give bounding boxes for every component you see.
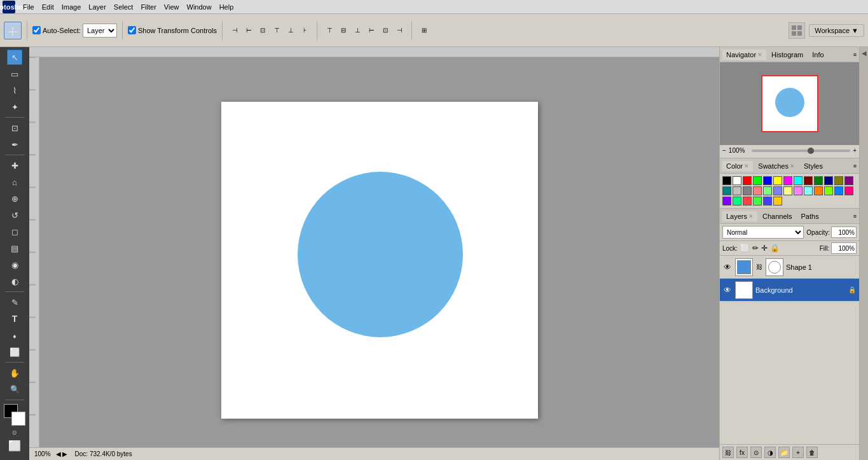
quick-mask-btn[interactable]: ⊙ — [12, 429, 17, 436]
zoom-in-icon[interactable]: + — [853, 147, 857, 154]
swatch-color[interactable] — [743, 186, 752, 195]
blur-tool[interactable]: ◉ — [7, 257, 22, 272]
tab-info[interactable]: Info — [808, 50, 827, 60]
blend-mode-select[interactable]: Normal — [722, 226, 804, 239]
hand-tool[interactable]: ✋ — [7, 365, 22, 380]
layer-row-shape1[interactable]: 👁 ⛓ Shape 1 — [720, 256, 859, 279]
path-select-tool[interactable]: ⬧ — [7, 328, 22, 343]
align-center-h-btn[interactable]: ⊢ — [242, 24, 256, 38]
swatch-color[interactable] — [743, 176, 752, 185]
menu-help[interactable]: Help — [216, 2, 238, 12]
swatch-color[interactable] — [824, 176, 833, 185]
swatch-color[interactable] — [844, 176, 853, 185]
tab-layers[interactable]: Layers ✕ — [722, 211, 757, 221]
move-tool-button[interactable] — [4, 22, 22, 39]
collapse-arrow[interactable]: ◀ — [862, 50, 867, 57]
tab-channels[interactable]: Channels — [759, 211, 796, 221]
swatch-color[interactable] — [783, 176, 792, 185]
shape-tool[interactable]: ⬜ — [7, 344, 22, 359]
layers-panel-options[interactable]: ≡ — [853, 213, 857, 220]
menu-image[interactable]: Image — [58, 2, 85, 12]
lock-position-icon[interactable]: ✛ — [761, 244, 768, 253]
swatch-color[interactable] — [804, 176, 813, 185]
swatch-color[interactable] — [814, 186, 823, 195]
menu-select[interactable]: Select — [110, 2, 137, 12]
align-left-btn[interactable]: ⊣ — [228, 24, 242, 38]
dist-right-btn[interactable]: ⊣ — [392, 24, 406, 38]
dist-horiz-btn[interactable]: ⊡ — [378, 24, 392, 38]
transform-controls-checkbox[interactable] — [128, 26, 136, 34]
zoom-out-icon[interactable]: − — [722, 147, 726, 154]
brush-tool[interactable]: ⌂ — [7, 174, 22, 190]
tab-color[interactable]: Color ✕ — [722, 161, 753, 171]
workspace-button[interactable]: Workspace ▼ — [809, 24, 864, 37]
magic-wand-tool[interactable]: ✦ — [7, 99, 22, 115]
nav-prev[interactable]: ◀ — [56, 450, 61, 457]
color-panel-options[interactable]: ≡ — [853, 163, 857, 169]
swatch-color[interactable] — [824, 186, 833, 195]
tab-paths[interactable]: Paths — [797, 211, 823, 221]
layer-visibility-shape1[interactable]: 👁 — [722, 262, 733, 272]
zoom-slider[interactable] — [752, 150, 850, 152]
dist-left-btn[interactable]: ⊢ — [364, 24, 378, 38]
history-brush-tool[interactable]: ↺ — [7, 207, 22, 223]
dodge-tool[interactable]: ◐ — [7, 274, 22, 289]
swatch-color[interactable] — [773, 176, 782, 185]
layer-visibility-bg[interactable]: 👁 — [722, 285, 733, 295]
swatch-color[interactable] — [834, 186, 843, 195]
swatch-color[interactable] — [794, 176, 803, 185]
new-layer-btn[interactable]: + — [792, 447, 804, 458]
auto-select-dropdown[interactable]: Layer — [83, 24, 117, 38]
background-color[interactable] — [11, 412, 25, 426]
menu-file[interactable]: File — [19, 2, 38, 12]
align-bottom-btn[interactable]: ⊦ — [298, 24, 312, 38]
swatch-color[interactable] — [763, 186, 772, 195]
tab-histogram[interactable]: Histogram — [768, 50, 807, 60]
swatch-color[interactable] — [783, 186, 792, 195]
tab-styles[interactable]: Styles — [800, 161, 827, 171]
swatch-color[interactable] — [804, 186, 813, 195]
gradient-tool[interactable]: ▤ — [7, 240, 22, 256]
dist-bottom-btn[interactable]: ⊥ — [350, 24, 364, 38]
canvas-document[interactable] — [221, 102, 538, 419]
swatch-color[interactable] — [763, 176, 772, 185]
menu-edit[interactable]: Edit — [38, 2, 58, 12]
swatch-color[interactable] — [753, 186, 762, 195]
opacity-input[interactable] — [831, 227, 857, 238]
swatch-color[interactable] — [722, 186, 731, 195]
screen-mode-btn[interactable]: ⬜ — [8, 440, 21, 452]
add-mask-btn[interactable]: ⊙ — [750, 447, 762, 458]
eyedropper-tool[interactable]: ✒ — [7, 137, 22, 152]
swatch-color[interactable] — [722, 197, 731, 206]
move-tool[interactable]: ↖ — [7, 50, 22, 65]
auto-align-btn[interactable]: ⊞ — [417, 24, 431, 38]
pen-tool[interactable]: ✎ — [7, 295, 22, 310]
swatch-color[interactable] — [763, 197, 772, 206]
menu-view[interactable]: View — [160, 2, 183, 12]
selection-tool[interactable]: ▭ — [7, 66, 22, 81]
swatch-color[interactable] — [773, 186, 782, 195]
tab-navigator[interactable]: Navigator ✕ — [722, 50, 766, 60]
tab-swatches[interactable]: Swatches ✕ — [754, 161, 799, 171]
swatch-color[interactable] — [753, 197, 762, 206]
dist-top-btn[interactable]: ⊤ — [322, 24, 336, 38]
new-adjustment-btn[interactable]: ◑ — [764, 447, 776, 458]
link-layers-btn[interactable]: ⛓ — [722, 447, 734, 458]
swatches-close[interactable]: ✕ — [790, 163, 795, 169]
swatch-color[interactable] — [794, 186, 803, 195]
navigator-close[interactable]: ✕ — [757, 52, 762, 58]
dist-vert-btn[interactable]: ⊟ — [336, 24, 350, 38]
align-middle-btn[interactable]: ⊥ — [284, 24, 298, 38]
new-group-btn[interactable]: 📁 — [778, 447, 790, 458]
menu-filter[interactable]: Filter — [137, 2, 160, 12]
text-tool[interactable]: T — [7, 311, 22, 326]
swatch-color[interactable] — [722, 176, 731, 185]
swatch-color[interactable] — [733, 197, 741, 206]
lasso-tool[interactable]: ⌇ — [7, 83, 22, 98]
color-close[interactable]: ✕ — [744, 163, 749, 169]
lock-all-icon[interactable]: 🔒 — [770, 244, 780, 253]
swatch-color[interactable] — [743, 197, 752, 206]
eraser-tool[interactable]: ◻ — [7, 224, 22, 239]
swatch-color[interactable] — [773, 197, 782, 206]
layer-row-background[interactable]: 👁 Background 🔒 — [720, 279, 859, 302]
